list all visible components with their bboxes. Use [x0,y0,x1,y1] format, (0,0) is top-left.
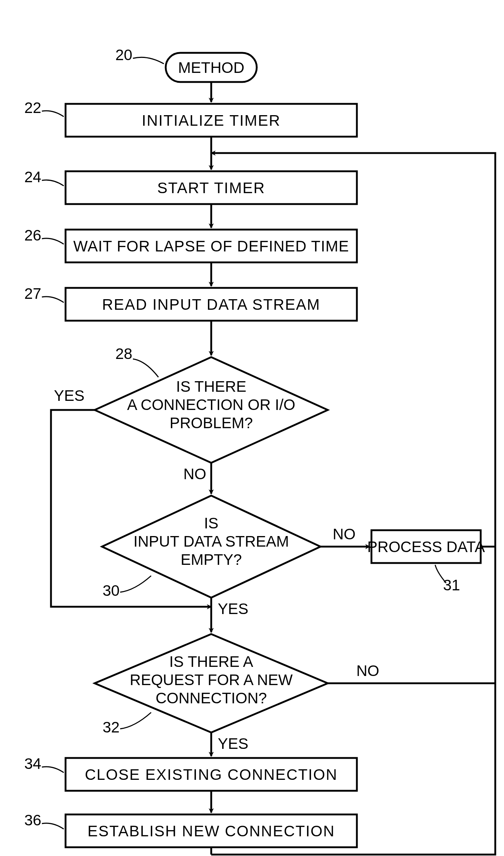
dec1-l2: A CONNECTION OR I/O [127,396,295,413]
dec3-ref: 32 [103,719,120,736]
dec2-l1: IS [204,515,218,532]
dec2-yes: YES [218,600,248,617]
dec3-l2: REQUEST FOR A NEW [130,671,293,688]
dec3-no: NO [357,662,379,679]
start-ref: 20 [115,46,133,63]
dec3-l1: IS THERE A [169,653,253,670]
establish-ref: 36 [24,812,42,829]
dec1-l1: IS THERE [176,378,247,395]
read-label: READ INPUT DATA STREAM [102,296,320,313]
dec3-l3: CONNECTION? [155,689,267,707]
process-ref: 31 [443,576,460,594]
dec1-yes: YES [54,387,84,404]
flowchart-diagram: METHOD 20 INITIALIZE TIMER 22 START TIME… [0,0,504,856]
start-timer-ref: 24 [24,168,42,185]
dec2-no: NO [333,525,356,543]
dec2-l2: INPUT DATA STREAM [133,533,289,550]
dec1-l3: PROBLEM? [170,414,253,431]
wait-label: WAIT FOR LAPSE OF DEFINED TIME [73,238,349,255]
dec1-no: NO [184,465,206,482]
dec1-ref: 28 [115,345,133,362]
start-timer-label: START TIMER [157,179,265,196]
dec3-yes: YES [218,735,248,752]
close-conn-label: CLOSE EXISTING CONNECTION [85,766,338,783]
read-ref: 27 [24,285,42,302]
init-ref: 22 [24,99,42,116]
start-label: METHOD [178,59,244,76]
establish-conn-label: ESTABLISH NEW CONNECTION [87,822,335,840]
wait-ref: 26 [24,227,42,244]
process-data-label: PROCESS DATA [367,538,485,555]
init-timer-label: INITIALIZE TIMER [142,112,280,129]
dec2-ref: 30 [103,582,120,599]
close-ref: 34 [24,755,42,772]
dec2-l3: EMPTY? [181,551,242,568]
